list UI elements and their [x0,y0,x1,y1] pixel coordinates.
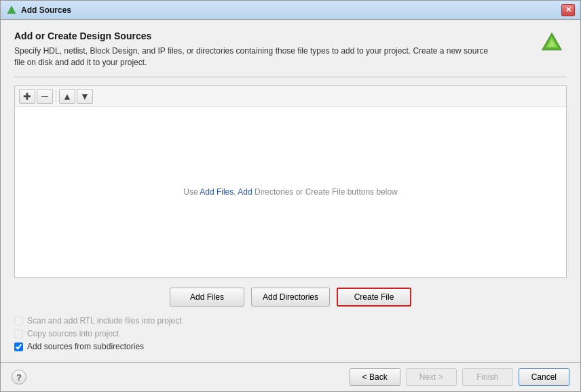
header-section: Add or Create Design Sources Specify HDL… [14,31,567,68]
footer-left: ? [12,370,26,385]
action-buttons: Add Files Add Directories Create File [14,288,567,307]
scan-rtl-label: Scan and add RTL include files into proj… [27,316,181,326]
window-title: Add Sources [21,5,557,15]
copy-sources-label: Copy sources into project [27,329,119,338]
header-divider [14,77,567,77]
file-panel: ✚ ─ ▲ ▼ Use Add Files, Add Directories o… [14,85,567,278]
add-file-toolbar-button[interactable]: ✚ [19,89,35,104]
file-list-hint: Use Add Files, Add Directories or Create… [183,187,398,197]
add-icon: ✚ [23,91,31,102]
up-arrow-icon: ▲ [62,91,72,102]
move-down-button[interactable]: ▼ [77,89,93,104]
toolbar-divider [56,90,56,102]
header-text: Add or Create Design Sources Specify HDL… [14,31,533,68]
footer-buttons: < Back Next > Finish Cancel [350,368,569,386]
add-files-button[interactable]: Add Files [170,288,244,307]
main-window: Add Sources ✕ Add or Create Design Sourc… [0,0,581,392]
add-directories-button[interactable]: Add Directories [251,288,330,307]
next-button[interactable]: Next > [406,368,457,386]
scan-rtl-row: Scan and add RTL include files into proj… [14,316,567,326]
create-file-button[interactable]: Create File [337,288,411,307]
dialog-title: Add or Create Design Sources [14,31,533,41]
help-button[interactable]: ? [12,370,26,385]
scan-rtl-checkbox[interactable] [14,317,23,326]
move-up-button[interactable]: ▲ [59,89,75,104]
close-button[interactable]: ✕ [561,4,575,16]
cancel-button[interactable]: Cancel [519,368,569,386]
main-content: Add or Create Design Sources Specify HDL… [1,20,580,362]
svg-marker-0 [7,6,16,14]
checkboxes-section: Scan and add RTL include files into proj… [14,316,567,351]
window-icon [6,5,17,16]
add-subdirectories-label: Add sources from subdirectories [27,342,144,351]
add-subdirectories-row: Add sources from subdirectories [14,342,567,351]
footer: ? < Back Next > Finish Cancel [1,362,580,391]
finish-button[interactable]: Finish [462,368,513,386]
vivado-logo [540,31,567,58]
copy-sources-checkbox[interactable] [14,330,23,338]
title-bar: Add Sources ✕ [1,1,580,20]
back-button[interactable]: < Back [350,368,400,386]
file-list-area: Use Add Files, Add Directories or Create… [15,107,566,277]
remove-toolbar-button[interactable]: ─ [37,89,53,104]
down-arrow-icon: ▼ [80,91,90,102]
dialog-description: Specify HDL, netlist, Block Design, and … [14,45,489,68]
file-toolbar: ✚ ─ ▲ ▼ [15,86,566,107]
minus-icon: ─ [41,91,48,102]
add-subdirectories-checkbox[interactable] [14,342,23,351]
copy-sources-row: Copy sources into project [14,329,567,338]
